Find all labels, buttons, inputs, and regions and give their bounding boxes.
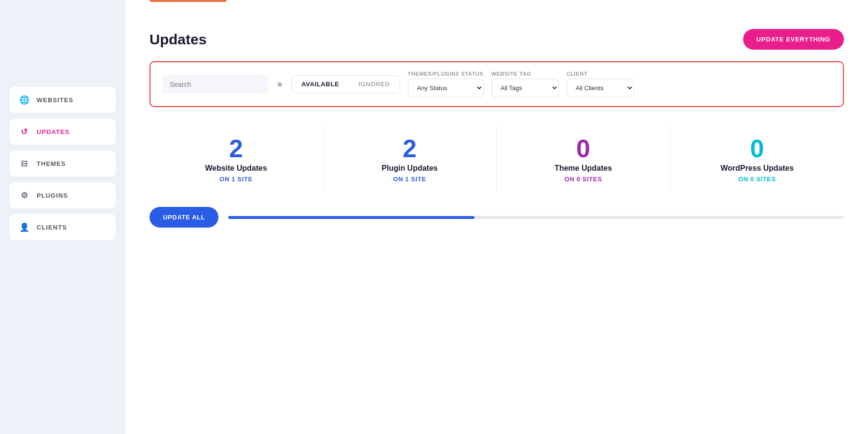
page-title: Updates	[149, 31, 206, 48]
sidebar: 🌐 WEBSITES ↺ UPDATES ⊟ THEMES ⚙ PLUGINS …	[0, 0, 125, 434]
availability-toggle: AVAILABLE IGNORED	[291, 75, 400, 93]
sidebar-item-themes[interactable]: ⊟ THEMES	[10, 150, 116, 176]
website-updates-label: Website Updates	[205, 164, 267, 173]
clients-icon: 👤	[19, 222, 30, 232]
updates-icon: ↺	[19, 126, 30, 137]
wordpress-updates-sites: ON 0 SITES	[738, 176, 776, 183]
wordpress-updates-number: 0	[750, 136, 764, 161]
sidebar-item-clients[interactable]: 👤 CLIENTS	[10, 214, 116, 240]
progress-section: UPDATE ALL	[149, 207, 844, 228]
sidebar-label-updates: UPDATES	[37, 128, 69, 136]
plugin-updates-number: 2	[403, 136, 417, 161]
tag-select[interactable]: All Tags Tag 1	[491, 79, 559, 97]
status-filter-group: THEMES/PLUGINS STATUS Any Status Availab…	[408, 71, 484, 97]
tag-filter-group: WEBSITE TAG All Tags Tag 1	[491, 71, 559, 97]
update-everything-button[interactable]: UPDATE EVERYTHING	[743, 29, 844, 50]
status-filter-label: THEMES/PLUGINS STATUS	[408, 71, 484, 77]
header-row: Updates UPDATE EVERYTHING	[149, 29, 844, 50]
sidebar-label-plugins: PLUGINS	[37, 192, 68, 199]
star-icon[interactable]: ★	[276, 79, 284, 90]
website-updates-sites: ON 1 SITE	[219, 176, 253, 183]
plugin-updates-label: Plugin Updates	[381, 164, 437, 173]
ignored-toggle-button[interactable]: IGNORED	[349, 76, 399, 93]
sidebar-item-plugins[interactable]: ⚙ PLUGINS	[10, 182, 116, 208]
stat-wordpress-updates: 0 WordPress Updates ON 0 SITES	[670, 126, 844, 192]
update-all-button[interactable]: UPDATE ALL	[149, 207, 218, 228]
tag-filter-label: WEBSITE TAG	[491, 71, 559, 77]
globe-icon: 🌐	[19, 95, 30, 105]
main-content: Updates UPDATE EVERYTHING ★ AVAILABLE IG…	[125, 0, 868, 434]
sidebar-label-themes: THEMES	[37, 160, 66, 167]
theme-updates-label: Theme Updates	[555, 164, 612, 173]
status-select[interactable]: Any Status Available Ignored	[408, 79, 484, 97]
tab-indicator	[149, 0, 227, 2]
stat-website-updates: 2 Website Updates ON 1 SITE	[149, 126, 323, 192]
theme-updates-sites: ON 0 SITES	[564, 176, 602, 183]
website-updates-number: 2	[229, 136, 243, 161]
search-input[interactable]	[162, 75, 268, 94]
progress-bar	[228, 216, 844, 219]
sidebar-item-websites[interactable]: 🌐 WEBSITES	[10, 87, 116, 113]
themes-icon: ⊟	[19, 158, 30, 169]
sidebar-item-updates[interactable]: ↺ UPDATES	[10, 119, 116, 145]
available-toggle-button[interactable]: AVAILABLE	[292, 76, 349, 93]
client-select[interactable]: All Clients Client 1	[567, 79, 634, 97]
progress-bar-fill	[228, 216, 475, 219]
plugin-updates-sites: ON 1 SITE	[393, 176, 426, 183]
filter-bar: ★ AVAILABLE IGNORED THEMES/PLUGINS STATU…	[149, 61, 844, 107]
stats-row: 2 Website Updates ON 1 SITE 2 Plugin Upd…	[149, 126, 844, 192]
wordpress-updates-label: WordPress Updates	[720, 164, 794, 173]
sidebar-label-websites: WEBSITES	[37, 96, 73, 104]
theme-updates-number: 0	[576, 136, 590, 161]
plugins-icon: ⚙	[19, 190, 30, 201]
sidebar-label-clients: CLIENTS	[37, 224, 67, 231]
client-filter-label: CLIENT	[567, 71, 634, 77]
client-filter-group: CLIENT All Clients Client 1	[567, 71, 634, 97]
stat-theme-updates: 0 Theme Updates ON 0 SITES	[497, 126, 670, 192]
stat-plugin-updates: 2 Plugin Updates ON 1 SITE	[323, 126, 497, 192]
